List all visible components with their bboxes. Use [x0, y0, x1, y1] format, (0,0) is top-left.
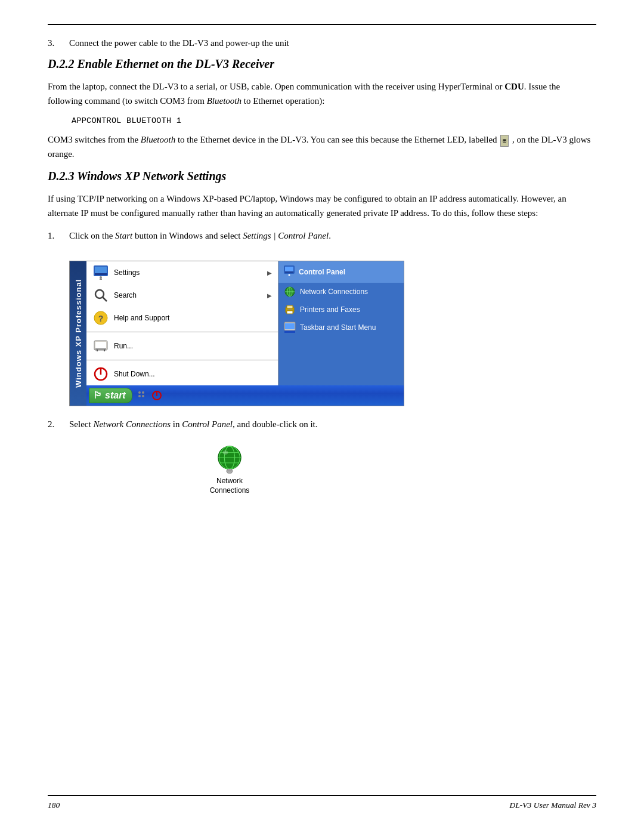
- step-2-text: Select Network Connections in Control Pa…: [69, 417, 596, 431]
- svg-rect-12: [97, 350, 98, 351]
- settings-arrow: ▶: [267, 270, 272, 276]
- network-connections-label: Network Connections: [300, 288, 368, 296]
- doc-title: DL-V3 User Manual Rev 3: [510, 801, 596, 810]
- search-arrow: ▶: [267, 292, 272, 299]
- taskbar-icon: [283, 321, 296, 334]
- printers-label: Printers and Faxes: [300, 305, 360, 314]
- step-2-item: 2. Select Network Connections in Control…: [48, 417, 596, 431]
- svg-line-6: [103, 297, 107, 301]
- step-3-text: Connect the power cable to the DL-V3 and…: [69, 36, 596, 50]
- winxp-left-panel: Settings ▶ Search: [86, 261, 278, 385]
- svg-rect-13: [104, 350, 105, 351]
- start-label: start: [105, 390, 126, 401]
- control-panel-icon: [283, 265, 295, 279]
- svg-text:?: ?: [98, 314, 104, 323]
- help-icon: ?: [92, 310, 109, 326]
- menu-item-help[interactable]: ? Help and Support: [86, 307, 278, 329]
- svg-point-3: [100, 276, 102, 279]
- section-d22-para2: COM3 switches from the Bluetooth to the …: [48, 132, 596, 161]
- run-label: Run...: [114, 342, 133, 350]
- svg-rect-30: [285, 323, 295, 329]
- step-1-text: Click on the Start button in Windows and…: [69, 228, 596, 243]
- svg-rect-26: [287, 311, 293, 314]
- right-panel-printers[interactable]: Printers and Faxes: [278, 301, 404, 319]
- menu-item-settings[interactable]: Settings ▶: [86, 261, 278, 284]
- svg-point-43: [223, 450, 228, 455]
- winxp-menu: Windows XP Professional: [70, 261, 404, 406]
- menu-separator-1: [86, 332, 278, 332]
- settings-icon: [92, 264, 109, 281]
- step-3-item: 3. Connect the power cable to the DL-V3 …: [48, 36, 596, 50]
- section-d22-heading: D.2.2 Enable Ethernet on the DL-V3 Recei…: [48, 57, 596, 71]
- settings-label: Settings: [114, 268, 140, 277]
- network-connections-icon: [283, 285, 296, 298]
- svg-point-31: [138, 391, 141, 394]
- control-panel-label: Control Panel: [299, 268, 345, 276]
- step-2-number: 2.: [48, 417, 69, 431]
- menu-separator-2: [86, 360, 278, 360]
- section-d23-para1: If using TCP/IP networking on a Windows …: [48, 191, 596, 220]
- svg-rect-46: [227, 470, 233, 472]
- shutdown-label: Shut Down...: [114, 370, 155, 378]
- search-icon: [92, 287, 109, 304]
- network-connections-text-label: Network Connections: [210, 477, 250, 495]
- winxp-screenshot: Windows XP Professional: [69, 261, 404, 406]
- page-number: 180: [48, 801, 60, 810]
- svg-rect-2: [95, 273, 107, 275]
- code-block: APPCONTROL BLUETOOTH 1: [72, 116, 596, 125]
- svg-point-33: [138, 395, 141, 397]
- winxp-menu-panels: Settings ▶ Search: [86, 261, 404, 385]
- right-panel-taskbar[interactable]: Taskbar and Start Menu: [278, 319, 404, 336]
- step-1-number: 1.: [48, 228, 69, 243]
- step-1-item: 1. Click on the Start button in Windows …: [48, 228, 596, 243]
- right-panel-network[interactable]: Network Connections: [278, 283, 404, 301]
- svg-rect-10: [95, 342, 106, 348]
- printers-icon: [283, 303, 296, 316]
- taskbar-power-icon: [151, 390, 162, 401]
- taskbar-label: Taskbar and Start Menu: [300, 323, 376, 332]
- svg-rect-18: [285, 271, 293, 273]
- svg-point-34: [142, 395, 144, 397]
- winxp-menu-main: Settings ▶ Search: [86, 261, 404, 406]
- right-panel-header: Control Panel: [278, 261, 404, 283]
- menu-item-shutdown[interactable]: Shut Down...: [86, 363, 278, 385]
- svg-rect-25: [287, 305, 293, 308]
- taskbar-extras: [137, 390, 162, 401]
- page: 3. Connect the power cable to the DL-V3 …: [0, 0, 644, 828]
- svg-point-19: [289, 274, 290, 276]
- svg-point-32: [142, 391, 144, 394]
- shutdown-icon: [92, 366, 109, 382]
- svg-rect-27: [288, 309, 292, 310]
- led-icon: ⊞: [500, 135, 509, 147]
- svg-rect-11: [95, 348, 106, 350]
- menu-item-run[interactable]: Run...: [86, 335, 278, 357]
- start-flag-icon: 🏳: [93, 390, 103, 401]
- step-3-number: 3.: [48, 36, 69, 50]
- svg-point-5: [95, 290, 104, 298]
- svg-rect-29: [284, 330, 295, 333]
- footer: 180 DL-V3 User Manual Rev 3: [48, 795, 596, 810]
- top-rule: [48, 24, 596, 25]
- svg-rect-4: [100, 279, 102, 280]
- winxp-right-panel: Control Panel Networ: [278, 261, 404, 385]
- help-label: Help and Support: [114, 314, 169, 322]
- search-label: Search: [114, 291, 137, 299]
- taskbar-dots-icon: [137, 390, 148, 401]
- run-icon: [92, 338, 109, 354]
- network-globe-icon: [214, 443, 245, 474]
- taskbar: 🏳 start: [86, 385, 404, 406]
- winxp-sidebar-label: Windows XP Professional: [70, 261, 86, 406]
- section-d23-heading: D.2.3 Windows XP Network Settings: [48, 169, 596, 183]
- menu-item-search[interactable]: Search ▶: [86, 284, 278, 307]
- start-button[interactable]: 🏳 start: [89, 388, 132, 403]
- network-connections-icon-container: Network Connections: [203, 443, 256, 495]
- section-d22-para1: From the laptop, connect the DL-V3 to a …: [48, 79, 596, 108]
